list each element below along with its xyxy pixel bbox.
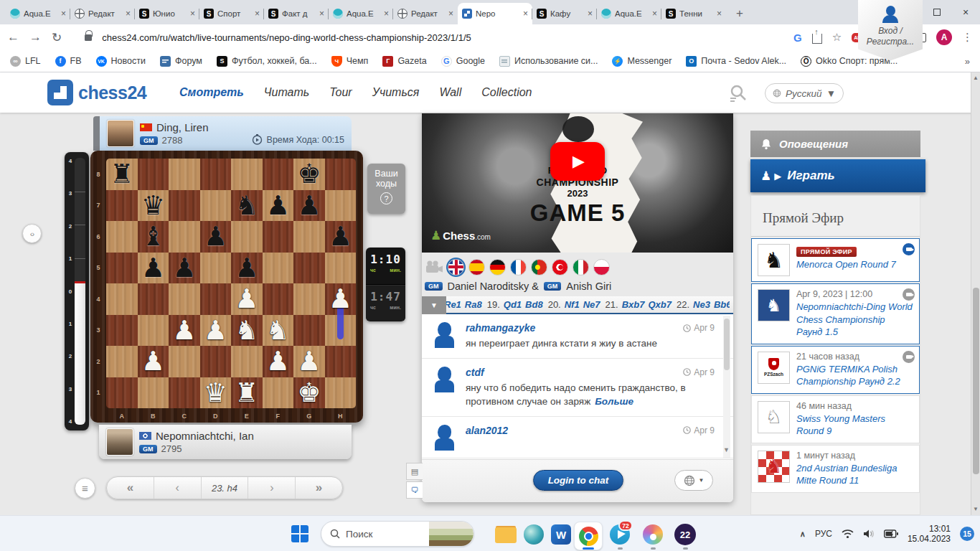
pt-flag[interactable] xyxy=(531,259,547,276)
board-square[interactable] xyxy=(169,221,200,253)
word-icon[interactable]: W xyxy=(551,524,571,545)
board-square[interactable] xyxy=(325,190,357,222)
black-p-h6[interactable]: ♟ xyxy=(325,221,357,253)
white-p-d3[interactable]: ♟ xyxy=(200,315,232,347)
board-square[interactable] xyxy=(325,346,357,377)
move-token[interactable]: Re1 xyxy=(444,299,461,310)
board-panel-expander[interactable]: ‹› xyxy=(22,224,42,243)
board-square[interactable] xyxy=(263,253,294,284)
pl-flag[interactable] xyxy=(593,259,610,276)
next-move-button[interactable]: › xyxy=(248,477,295,499)
commentator-name[interactable]: Anish Giri xyxy=(566,281,611,292)
white-n-e3[interactable]: ♞ xyxy=(231,315,263,347)
login-to-chat-button[interactable]: Login to chat xyxy=(533,470,623,491)
live-broadcast-item[interactable]: ♞ПРЯМОЙ ЭФИРMenorca Open Round 7 xyxy=(751,238,920,282)
more-link[interactable]: Больше xyxy=(595,396,633,407)
move-token[interactable]: Bb6 xyxy=(714,299,730,310)
taskbar-search[interactable]: Поиск xyxy=(321,521,474,547)
board-square[interactable] xyxy=(200,283,232,315)
browser-globe-icon[interactable] xyxy=(524,524,544,545)
tab-close-icon[interactable]: × xyxy=(652,9,657,19)
bookmarks-overflow-icon[interactable]: » xyxy=(965,56,970,67)
broadcast-title[interactable]: Menorca Open Round 7 xyxy=(796,258,913,271)
board-square[interactable] xyxy=(106,315,138,347)
black-r-a8[interactable]: ♜ xyxy=(106,159,138,190)
tab-close-icon[interactable]: × xyxy=(523,9,528,19)
board-square[interactable] xyxy=(263,159,294,190)
bookmark-item[interactable]: Футбол, хоккей, ба... xyxy=(217,56,317,67)
black-p-e5[interactable]: ♟ xyxy=(231,253,263,284)
move-token[interactable]: Bd8 xyxy=(525,299,543,310)
back-button[interactable]: ← xyxy=(7,30,19,44)
browser-tab[interactable]: Кафу× xyxy=(532,3,597,24)
profile-avatar[interactable]: A xyxy=(936,29,952,45)
search-icon[interactable] xyxy=(729,84,748,105)
board-square[interactable] xyxy=(169,283,200,315)
scroll-down-icon[interactable]: ▼ xyxy=(973,506,979,512)
black-p-c5[interactable]: ♟ xyxy=(169,253,200,284)
video-player[interactable]: FIDE WORLD CHAMPIONSHIP 2023 GAME 5 ▶ ♟ … xyxy=(422,113,733,253)
board-square[interactable] xyxy=(293,283,325,315)
browser-tab[interactable]: Nepo× xyxy=(458,3,532,24)
board-square[interactable] xyxy=(106,283,138,315)
notification-badge[interactable]: 15 xyxy=(960,527,974,541)
start-button[interactable] xyxy=(291,525,308,542)
chat-username[interactable]: rahmangazyke xyxy=(466,322,535,334)
language-selector[interactable]: Русский ▼ xyxy=(765,83,844,103)
bookmark-item[interactable]: Чемп xyxy=(331,56,369,67)
white-n-f3[interactable]: ♞ xyxy=(263,315,294,347)
tab-close-icon[interactable]: × xyxy=(255,9,260,19)
moves-menu-button[interactable]: ≡ xyxy=(75,478,95,499)
fr-flag[interactable] xyxy=(510,259,527,276)
browser-tab[interactable]: Aqua.E× xyxy=(6,3,70,24)
black-n-e7[interactable]: ♞ xyxy=(231,190,263,222)
chat-language-selector[interactable]: ▼ xyxy=(674,470,713,491)
tab-close-icon[interactable]: × xyxy=(190,9,195,19)
browser-tab[interactable]: Aqua.E× xyxy=(597,3,661,24)
tab-close-icon[interactable]: × xyxy=(61,9,66,19)
live-broadcast-item[interactable]: ♞Apr 9, 2023 | 12:00Nepomniachtchi-Ding … xyxy=(751,283,920,344)
broadcast-title[interactable]: Swiss Young Masters Round 9 xyxy=(796,413,913,438)
padlock-icon[interactable] xyxy=(85,33,92,42)
chat-tab[interactable]: 🗨 xyxy=(406,481,423,499)
speaker-icon[interactable] xyxy=(863,529,875,539)
white-q-d1[interactable]: ♛ xyxy=(200,377,232,409)
help-icon[interactable]: ? xyxy=(380,192,392,204)
tab-close-icon[interactable]: × xyxy=(126,9,131,19)
nav-item-collection[interactable]: Collection xyxy=(481,86,532,99)
nav-item-читать[interactable]: Читать xyxy=(264,86,309,99)
wifi-icon[interactable] xyxy=(842,529,854,539)
reload-button[interactable]: ↻ xyxy=(52,30,62,45)
board-square[interactable] xyxy=(169,377,200,409)
tray-expand-icon[interactable]: ∧ xyxy=(800,529,806,539)
menu-dots-icon[interactable]: ⋮ xyxy=(962,31,973,44)
board-square[interactable] xyxy=(138,283,169,315)
tray-language[interactable]: РУС xyxy=(815,529,832,539)
move-token[interactable]: Bxb7 xyxy=(622,299,645,310)
board-square[interactable] xyxy=(169,159,200,190)
black-b-b6[interactable]: ♝ xyxy=(138,221,169,253)
browser-tab[interactable]: Редакт× xyxy=(393,3,458,24)
move-token[interactable]: Qxb7 xyxy=(648,299,672,310)
live-broadcast-item[interactable]: PZSzach21 часов назадPGNiG TERMIKA Polis… xyxy=(751,346,920,394)
live-broadcast-item[interactable]: ♞1 минут назад2nd Austrian Bundesliga Mi… xyxy=(751,445,920,493)
white-p-b2[interactable]: ♟ xyxy=(138,346,169,377)
white-p-h4[interactable]: ♟ xyxy=(325,283,357,315)
board-square[interactable] xyxy=(106,221,138,253)
black-q-b7[interactable]: ♛ xyxy=(138,190,169,222)
move-token[interactable]: Nf1 xyxy=(565,299,580,310)
youtube-play-button[interactable]: ▶ xyxy=(550,142,605,181)
move-list-collapse-tab[interactable]: ▼ xyxy=(422,296,446,314)
prev-move-button[interactable]: ‹ xyxy=(154,477,201,499)
board-square[interactable] xyxy=(325,253,357,284)
nav-item-wall[interactable]: Wall xyxy=(439,86,461,99)
it-flag[interactable] xyxy=(573,259,589,276)
white-p-c3[interactable]: ♟ xyxy=(169,315,200,347)
tr-flag[interactable] xyxy=(552,259,568,276)
tab-close-icon[interactable]: × xyxy=(384,9,389,19)
board-square[interactable] xyxy=(325,159,357,190)
broadcast-title[interactable]: Nepomniachtchi-Ding World Chess Champion… xyxy=(796,301,913,339)
notes-tab[interactable]: ▤ xyxy=(406,463,423,480)
bookmark-item[interactable]: FB xyxy=(55,56,82,67)
es-flag[interactable] xyxy=(468,259,485,276)
